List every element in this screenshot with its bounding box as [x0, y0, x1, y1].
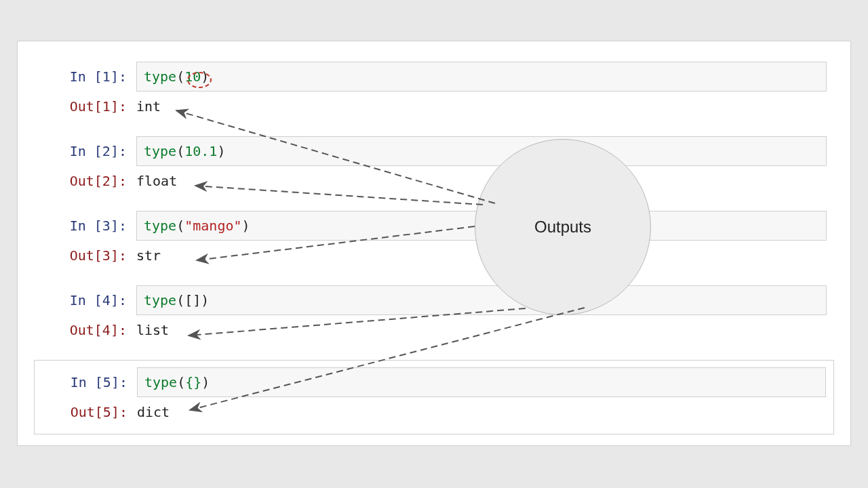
- output-row: Out[2]:float: [18, 166, 850, 196]
- code-input[interactable]: type(10.1): [136, 136, 827, 166]
- code-input[interactable]: type(10): [136, 62, 827, 92]
- code-cell[interactable]: In [1]:type(10)Out[1]:int: [18, 62, 850, 121]
- code-cell[interactable]: In [2]:type(10.1)Out[2]:float: [18, 136, 850, 196]
- code-text: type(10): [144, 68, 209, 85]
- input-row: In [1]:type(10): [18, 62, 850, 92]
- input-row: In [3]:type("mango"): [18, 211, 850, 241]
- output-value: int: [136, 98, 161, 115]
- output-value: str: [136, 247, 161, 264]
- output-row: Out[4]:list: [18, 315, 850, 345]
- code-text: type({}): [144, 374, 210, 390]
- out-prompt: Out[1]:: [18, 98, 136, 115]
- out-prompt: Out[4]:: [18, 322, 136, 338]
- in-prompt: In [1]:: [18, 68, 136, 85]
- code-input[interactable]: type([]): [136, 285, 827, 315]
- code-cell[interactable]: In [4]:type([])Out[4]:list: [18, 285, 850, 345]
- output-row: Out[3]:str: [18, 241, 850, 270]
- code-cell[interactable]: In [3]:type("mango")Out[3]:str: [18, 211, 850, 270]
- output-row: Out[1]:int: [18, 92, 850, 121]
- cells-area: In [1]:type(10)Out[1]:intIn [2]:type(10.…: [18, 41, 850, 445]
- code-text: type([]): [144, 292, 209, 308]
- output-value: dict: [137, 404, 170, 420]
- notebook-panel: In [1]:type(10)Out[1]:intIn [2]:type(10.…: [17, 41, 851, 446]
- in-prompt: In [4]:: [18, 292, 136, 308]
- code-text: type("mango"): [144, 218, 250, 234]
- in-prompt: In [3]:: [18, 218, 136, 234]
- code-text: type(10.1): [144, 143, 225, 159]
- in-prompt: In [2]:: [18, 143, 136, 159]
- out-prompt: Out[3]:: [18, 247, 136, 264]
- code-cell[interactable]: In [5]:type({})Out[5]:dict: [34, 360, 834, 434]
- outputs-annotation-label: Outputs: [534, 218, 591, 237]
- in-prompt: In [5]:: [35, 374, 137, 390]
- outputs-annotation: Outputs: [475, 139, 651, 315]
- output-value: float: [136, 173, 177, 189]
- out-prompt: Out[5]:: [35, 404, 137, 420]
- input-row: In [5]:type({}): [35, 367, 833, 397]
- out-prompt: Out[2]:: [18, 173, 136, 189]
- code-input[interactable]: type({}): [137, 367, 826, 397]
- output-value: list: [136, 322, 169, 338]
- input-row: In [2]:type(10.1): [18, 136, 850, 166]
- output-row: Out[5]:dict: [35, 397, 833, 427]
- input-row: In [4]:type([]): [18, 285, 850, 315]
